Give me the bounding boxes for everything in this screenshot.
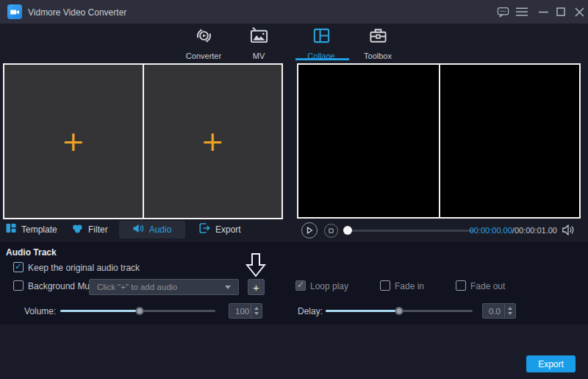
delay-slider-fill	[326, 310, 399, 312]
tab-label-converter: Converter	[186, 52, 221, 60]
spinner-down-icon[interactable]	[254, 312, 259, 315]
menu-icon[interactable]	[513, 0, 531, 24]
footer-bar: Export	[0, 325, 588, 379]
app-window: Vidmore Video Converter Converter MV	[0, 0, 588, 379]
seek-thumb[interactable]	[343, 226, 352, 235]
collage-editor: + +	[3, 63, 283, 219]
delay-slider-thumb[interactable]	[395, 307, 404, 315]
add-audio-button[interactable]: +	[248, 279, 265, 295]
delay-slider[interactable]	[326, 310, 473, 312]
audio-track-title: Audio Track	[6, 247, 57, 258]
audio-speaker-icon	[133, 223, 144, 236]
export-button[interactable]: Export	[526, 355, 576, 372]
converter-icon	[195, 26, 213, 48]
playback-time: 00:00:00.00/00:00:01.00	[463, 226, 557, 235]
tab-converter[interactable]: Converter	[177, 26, 230, 59]
volume-value: 100	[229, 307, 251, 316]
delay-value-box[interactable]: 0.0	[482, 303, 516, 319]
subtab-label-filter: Filter	[88, 224, 108, 235]
delay-spinner[interactable]	[504, 304, 515, 318]
background-music-checkbox[interactable]	[13, 280, 24, 291]
template-icon	[6, 223, 16, 236]
spinner-down-icon[interactable]	[508, 312, 512, 315]
fade-in-label: Fade in	[395, 281, 424, 291]
music-dropdown-placeholder: Click "+" to add audio	[97, 283, 225, 291]
subtab-audio[interactable]: Audio	[119, 221, 185, 238]
subtab-label-export: Export	[215, 224, 241, 235]
seek-bar[interactable]	[344, 230, 474, 232]
add-video-icon[interactable]: +	[62, 130, 85, 152]
loop-play-checkbox	[295, 280, 306, 291]
toolbox-icon	[369, 26, 387, 48]
preview-cell-2	[440, 65, 579, 217]
maximize-icon[interactable]	[553, 0, 569, 24]
collage-icon	[312, 26, 331, 48]
elapsed-time: 00:00:00.00	[470, 226, 512, 235]
loop-play-label: Loop play	[310, 281, 348, 291]
subtab-template[interactable]: Template	[1, 221, 62, 238]
feedback-icon[interactable]	[494, 0, 512, 24]
play-button[interactable]	[301, 222, 318, 238]
collage-cell-1[interactable]: +	[4, 65, 143, 218]
keep-original-label: Keep the original audio track	[28, 263, 140, 273]
volume-spinner[interactable]	[251, 304, 262, 318]
music-file-dropdown[interactable]: Click "+" to add audio	[89, 279, 239, 295]
total-time: 00:00:01.00	[514, 226, 557, 235]
fade-out-label: Fade out	[470, 281, 505, 291]
active-tab-indicator	[295, 58, 349, 60]
chevron-down-icon	[225, 286, 231, 289]
delay-label: Delay:	[298, 306, 323, 316]
close-icon[interactable]	[570, 0, 588, 24]
preview-cell-1	[298, 65, 439, 217]
volume-slider-fill	[60, 310, 140, 312]
titlebar: Vidmore Video Converter	[0, 0, 588, 24]
delay-value: 0.0	[483, 307, 504, 316]
subtab-label-audio: Audio	[149, 224, 172, 235]
stop-button[interactable]	[324, 224, 338, 238]
mv-icon	[250, 26, 268, 48]
add-video-icon[interactable]: +	[201, 130, 224, 152]
subtab-export[interactable]: Export	[195, 221, 245, 238]
app-title: Vidmore Video Converter	[28, 7, 126, 18]
volume-speaker-icon[interactable]	[562, 224, 575, 238]
fade-out-checkbox	[456, 280, 466, 291]
keep-original-checkbox[interactable]	[13, 262, 24, 272]
tab-collage[interactable]: Collage	[295, 26, 348, 59]
tab-label-toolbox: Toolbox	[364, 52, 392, 60]
volume-label: Volume:	[24, 306, 56, 316]
volume-slider-thumb[interactable]	[135, 307, 143, 315]
spinner-up-icon[interactable]	[254, 307, 259, 310]
tab-label-mv: MV	[253, 52, 265, 60]
filter-icon	[72, 223, 83, 236]
fade-in-checkbox	[380, 280, 390, 291]
minimize-icon[interactable]	[535, 0, 551, 24]
tab-toolbox[interactable]: Toolbox	[351, 26, 404, 59]
volume-slider[interactable]	[60, 310, 215, 312]
tab-mv[interactable]: MV	[232, 26, 285, 59]
subtab-label-template: Template	[21, 224, 57, 235]
subtab-filter[interactable]: Filter	[68, 221, 112, 238]
audio-track-panel: Audio Track Keep the original audio trac…	[0, 242, 588, 325]
export-icon	[199, 223, 210, 236]
volume-value-box[interactable]: 100	[229, 303, 262, 319]
app-logo-icon	[7, 4, 22, 19]
spinner-up-icon[interactable]	[508, 307, 512, 310]
annotation-down-arrow-icon	[245, 252, 266, 281]
collage-cell-2[interactable]: +	[144, 65, 282, 218]
preview-canvas	[297, 63, 581, 219]
